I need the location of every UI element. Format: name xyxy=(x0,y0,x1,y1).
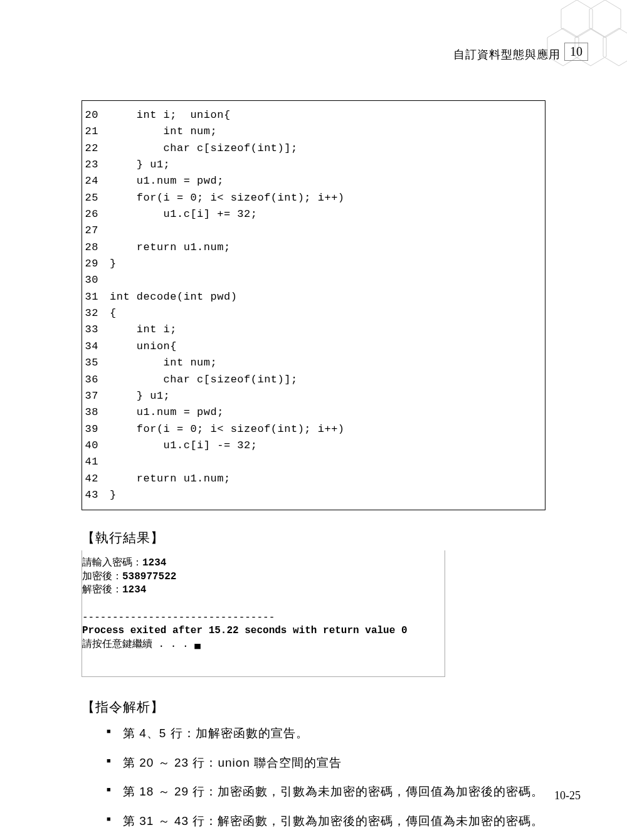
line-number: 36 xyxy=(82,372,110,388)
out-separator: -------------------------------- xyxy=(82,612,275,623)
code-line: 24 u1.num = pwd; xyxy=(82,173,537,189)
line-number: 41 xyxy=(82,454,110,470)
line-number: 22 xyxy=(82,140,110,157)
code-line: 35 int num; xyxy=(82,355,537,371)
line-number: 29 xyxy=(82,256,110,272)
code-line: 25 for(i = 0; i< sizeof(int); i++) xyxy=(82,190,537,206)
console-output: 請輸入密碼：1234 加密後：538977522 解密後：1234 ------… xyxy=(82,550,445,677)
code-line: 20 int i; union{ xyxy=(82,107,537,123)
out-value-1: 1234 xyxy=(142,557,166,569)
line-number: 34 xyxy=(82,339,110,355)
line-number: 40 xyxy=(82,438,110,454)
code-listing: 20 int i; union{21 int num;22 char c[siz… xyxy=(82,100,545,510)
page-content: 20 int i; union{21 int num;22 char c[siz… xyxy=(82,100,545,840)
line-number: 21 xyxy=(82,123,110,140)
list-item: 第 20 ～ 23 行：union 聯合空間的宣告 xyxy=(107,754,545,772)
code-text: union{ xyxy=(110,339,177,355)
code-text: } u1; xyxy=(110,157,170,173)
code-line: 36 char c[sizeof(int)]; xyxy=(82,372,537,388)
code-line: 26 u1.c[i] += 32; xyxy=(82,206,537,223)
code-text: for(i = 0; i< sizeof(int); i++) xyxy=(110,421,345,438)
code-line: 39 for(i = 0; i< sizeof(int); i++) xyxy=(82,421,537,438)
code-text: for(i = 0; i< sizeof(int); i++) xyxy=(110,190,345,206)
code-line: 23 } u1; xyxy=(82,157,537,173)
line-number: 32 xyxy=(82,305,110,322)
code-text: u1.num = pwd; xyxy=(110,173,224,189)
line-number: 27 xyxy=(82,223,110,239)
code-line: 32{ xyxy=(82,305,537,322)
out-exit-msg: Process exited after 15.22 seconds with … xyxy=(82,625,407,636)
line-number: 20 xyxy=(82,107,110,123)
code-line: 43} xyxy=(82,487,537,503)
code-text: u1.c[i] -= 32; xyxy=(110,438,257,454)
code-line: 41 xyxy=(82,454,537,470)
list-item: 第 31 ～ 43 行：解密函數，引數為加密後的密碼，傳回值為未加密的密碼。 xyxy=(107,812,545,831)
out-value-2: 538977522 xyxy=(122,571,176,582)
code-text: } xyxy=(110,487,117,503)
line-number: 31 xyxy=(82,289,110,305)
out-label-2: 加密後： xyxy=(82,571,122,582)
out-prompt: 請按任意鍵繼續 . . . ▄ xyxy=(82,639,201,650)
line-number: 37 xyxy=(82,388,110,404)
line-number: 35 xyxy=(82,355,110,371)
code-text: int num; xyxy=(110,355,217,371)
line-number: 28 xyxy=(82,239,110,256)
code-text: int decode(int pwd) xyxy=(110,289,237,305)
line-number: 38 xyxy=(82,404,110,421)
code-text: int i; union{ xyxy=(110,107,231,123)
analysis-heading: 【指令解析】 xyxy=(82,698,545,716)
line-number: 33 xyxy=(82,322,110,338)
line-number: 42 xyxy=(82,471,110,487)
line-number: 25 xyxy=(82,190,110,206)
code-text: u1.num = pwd; xyxy=(110,404,224,421)
code-line: 42 return u1.num; xyxy=(82,471,537,487)
result-heading: 【執行結果】 xyxy=(82,529,545,547)
code-text: { xyxy=(110,305,117,322)
svg-marker-0 xyxy=(561,0,593,38)
code-line: 22 char c[sizeof(int)]; xyxy=(82,140,537,157)
code-line: 30 xyxy=(82,272,537,288)
svg-marker-3 xyxy=(603,28,627,66)
line-number: 23 xyxy=(82,157,110,173)
code-text: int num; xyxy=(110,123,217,140)
list-item: 第 4、5 行：加解密函數的宣告。 xyxy=(107,725,545,743)
chapter-number: 10 xyxy=(564,43,588,61)
code-line: 27 xyxy=(82,223,537,239)
chapter-title: 自訂資料型態與應用 xyxy=(453,47,561,62)
code-text: char c[sizeof(int)]; xyxy=(110,140,298,157)
page-number: 10-25 xyxy=(554,789,581,802)
code-line: 37 } u1; xyxy=(82,388,537,404)
out-label-3: 解密後： xyxy=(82,584,122,596)
code-text: } xyxy=(110,256,117,272)
code-line: 34 union{ xyxy=(82,339,537,355)
code-text: char c[sizeof(int)]; xyxy=(110,372,298,388)
list-item: 第 18 ～ 29 行：加密函數，引數為未加密的密碼，傳回值為加密後的密碼。 xyxy=(107,783,545,801)
out-label-1: 請輸入密碼： xyxy=(82,557,142,569)
analysis-list: 第 4、5 行：加解密函數的宣告。第 20 ～ 23 行：union 聯合空間的… xyxy=(107,725,545,830)
code-line: 28 return u1.num; xyxy=(82,239,537,256)
code-line: 40 u1.c[i] -= 32; xyxy=(82,438,537,454)
code-line: 31int decode(int pwd) xyxy=(82,289,537,305)
code-line: 38 u1.num = pwd; xyxy=(82,404,537,421)
line-number: 26 xyxy=(82,206,110,223)
line-number: 24 xyxy=(82,173,110,189)
svg-marker-1 xyxy=(589,0,621,38)
code-text: return u1.num; xyxy=(110,471,231,487)
code-text: return u1.num; xyxy=(110,239,231,256)
out-value-3: 1234 xyxy=(122,584,146,596)
code-text: u1.c[i] += 32; xyxy=(110,206,257,223)
code-line: 21 int num; xyxy=(82,123,537,140)
code-line: 33 int i; xyxy=(82,322,537,338)
line-number: 39 xyxy=(82,421,110,438)
line-number: 30 xyxy=(82,272,110,288)
code-line: 29} xyxy=(82,256,537,272)
line-number: 43 xyxy=(82,487,110,503)
code-text: } u1; xyxy=(110,388,170,404)
code-text: int i; xyxy=(110,322,177,338)
